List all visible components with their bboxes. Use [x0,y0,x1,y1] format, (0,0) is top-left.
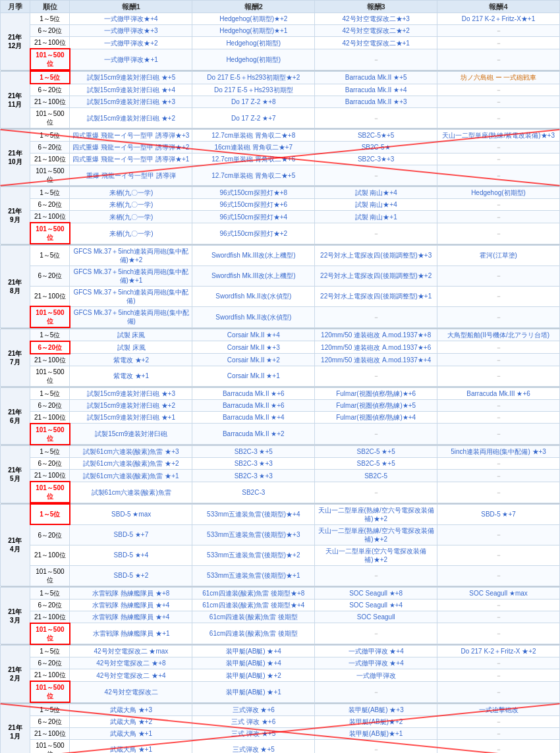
rank-cell: 21～100位 [30,153,70,165]
reward-cell: － [437,669,560,682]
rank-cell: 21～100位 [30,37,70,49]
reward-cell: 一式徹甲弾改★+3 [70,25,192,37]
reward-cell: － [315,366,437,386]
reward-cell: 61cm四連装(酸素)魚雷 後期型★+8 [192,587,315,599]
rank-cell: 101～500位 [30,306,70,327]
reward-cell: 一式徹甲弾改 ★+4 [315,657,437,669]
reward-cell: － [315,223,437,244]
reward-cell: － [437,286,560,306]
reward-cell: Barracuda Mk.II ★+4 [315,84,437,96]
rank-cell: 6～20位 [30,715,70,727]
reward-cell: － [315,482,437,503]
reward-cell: － [437,482,560,503]
table-row: 6～20位GFCS Mk.37＋5inch連装両用砲(集中配備)★+1Sword… [1,265,560,286]
month-cell: 21年 10月 [1,130,30,186]
rank-cell: 6～20位 [30,524,70,545]
reward-cell: GFCS Mk.37＋5inch連装両用砲(集中配備)★+2 [70,245,192,265]
rank-cell: 21～100位 [30,96,70,108]
reward-cell: － [437,366,560,386]
table-row: 6～20位試製15cm9連装対潜臼砲 ★+2Barracuda Mk.II ★+… [1,399,560,411]
reward-cell: 試製15cm9連装対潜臼砲 ★+1 [70,411,192,424]
reward-cell: SB2C-5★ [315,142,437,153]
reward-cell: Fulmar(視圏偵察/熟練)★+6 [315,387,437,399]
reward-cell: 試製15cm9連装対潜臼砲 ★+2 [70,399,192,411]
reward-cell: － [315,623,437,644]
reward-cell: － [437,545,560,565]
reward-cell: 重爆 飛龍ーイ号一型甲 誘導弾 [70,165,192,186]
reward-cell: 一式徹甲弾改★+2 [70,37,192,49]
month-cell: 21年 6月 [1,387,30,445]
rank-cell: 21～100位 [30,411,70,424]
reward-cell: － [437,599,560,611]
reward-cell: 水雷戦隊 熱練艦隊員 ★+4 [70,599,192,611]
rank-cell: 101～500位 [30,565,70,586]
rank-cell: 6～20位 [30,341,70,354]
rank-cell: 101～500位 [30,49,70,70]
table-row: 21年 11月1～5位試製15cm9連装対潜臼砲 ★+5Do 217 E-5＋H… [1,71,560,84]
reward-cell: － [437,611,560,623]
table-row: 21年 5月1～5位試製61cm六連装(酸素)魚雷 ★+3SB2C-3 ★+5S… [1,446,560,458]
rank-cell: 1～5位 [30,13,70,25]
table-row: 101～500位試製15cm9連装対潜臼砲Barracuda Mk.II ★+2… [1,424,560,445]
reward-cell: 120mm/50 連装砲改 A.mod.1937★+8 [315,329,437,341]
reward-cell: 来栖(九〇一学) [70,223,192,244]
reward-cell: － [437,211,560,223]
header-rank: 順位 [30,1,70,13]
reward-cell: SBD-5 ★max [70,504,192,524]
reward-cell: SOC Seagull ★+8 [315,587,437,599]
reward-cell: － [437,681,560,702]
rank-cell: 1～5位 [30,704,70,715]
reward-cell: SB2C-3★+3 [315,153,437,165]
reward-cell: 一式徹甲弾改 ★+4 [315,646,437,657]
reward-cell: 試製61cm六連装(酸素)魚雷 ★+3 [70,446,192,458]
reward-cell: 天山一二型単座(熟練/空六号電探改装備補)★+2 [315,504,437,524]
reward-cell: Hedgehog(初期型)★+1 [192,25,315,37]
reward-cell: 装甲艇(AB艇) ★+2 [192,669,315,682]
table-row: 21年 6月1～5位試製15cm9連装対潜臼砲 ★+3Barracuda Mk.… [1,387,560,399]
table-row: 101～500位来栖(九〇一学)96式150cm探照灯★+2－－ [1,223,560,244]
reward-cell: 天山一二型単座(熟練/空六号電探改装備補)★+2 [315,524,437,545]
reward-cell: Swordfish Mk.III改(水上機型) [192,245,315,265]
reward-cell: － [437,223,560,244]
table-row: 6～20位SBD-5 ★+7533mm五連装魚雷(後期型)★+3天山一二型単座(… [1,524,560,545]
table-row: 21年 7月1～5位試製 床風Corsair Mk.II ★+4120mm/50… [1,329,560,341]
reward-cell: － [437,399,560,411]
table-row: 21～100位GFCS Mk.37＋5inch連装両用砲(集中配備)Swordf… [1,286,560,306]
reward-cell: 一式徹甲弾改 [315,669,437,682]
reward-cell: 一式迫撃砲改 [437,704,560,715]
reward-cell: 武蔵大鳥 ★+3 [70,704,192,715]
reward-cell: － [315,681,437,702]
table-row: 21～100位SBD-5 ★+4533mm五連装魚雷(後期型)★+2天山一二型単… [1,545,560,565]
table-row: 101～500位GFCS Mk.37＋5inch連装両用砲(集中配備)Sword… [1,306,560,327]
month-cell: 21年 8月 [1,245,30,327]
reward-cell: 96式150cm探照灯★+8 [192,187,315,199]
reward-cell: 42号対空電探改二 ★+8 [70,657,192,669]
reward-cell: 22号対水上電探改四(後期調整型)★+1 [315,286,437,306]
table-row: 21年 8月1～5位GFCS Mk.37＋5inch連装両用砲(集中配備)★+2… [1,245,560,265]
rank-cell: 1～5位 [30,130,70,142]
table-row: 21年 9月1～5位来栖(九〇一学)96式150cm探照灯★+8試製 南山★+4… [1,187,560,199]
reward-cell: 武蔵大鳥 ★+1 [70,727,192,739]
reward-cell: 装甲艇(AB艇) ★+3 [315,704,437,715]
reward-cell: SOC Seagull ★max [437,587,560,599]
reward-cell: SOC Seagull [315,611,437,623]
reward-cell: － [437,524,560,545]
reward-cell: Hedgehog(初期型)★+2 [192,13,315,25]
reward-cell: 装甲艇(AB艇)★+1 [315,727,437,739]
reward-cell: － [437,199,560,211]
reward-cell: Barracuda Mk.II ★+4 [192,411,315,424]
reward-cell: 天山一二型単座(空六号電探改装備補)★+2 [315,545,437,565]
rank-cell: 1～5位 [30,646,70,657]
reward-cell: SBD-5 ★+4 [70,545,192,565]
table-row: 21～100位試製61cm六連装(酸素)魚雷 ★+1SB2C-3 ★+3SB2C… [1,470,560,482]
month-cell: 21年 7月 [1,329,30,386]
rank-cell: 101～500位 [30,424,70,445]
reward-cell: 来栖(九〇一学) [70,211,192,223]
reward-cell: Barracuda Mk.II ★+2 [192,424,315,445]
reward-cell: － [315,165,437,186]
month-cell: 21年 1月 [1,704,30,753]
rank-cell: 21～100位 [30,611,70,623]
reward-cell: Barracuda Mk.II ★+5 [315,71,437,84]
table-row: 6～20位試製61cm六連装(酸素)魚雷 ★+2SB2C-3 ★+3SB2C-5… [1,458,560,470]
reward-cell: 42号対空電探改二★+3 [315,13,437,25]
